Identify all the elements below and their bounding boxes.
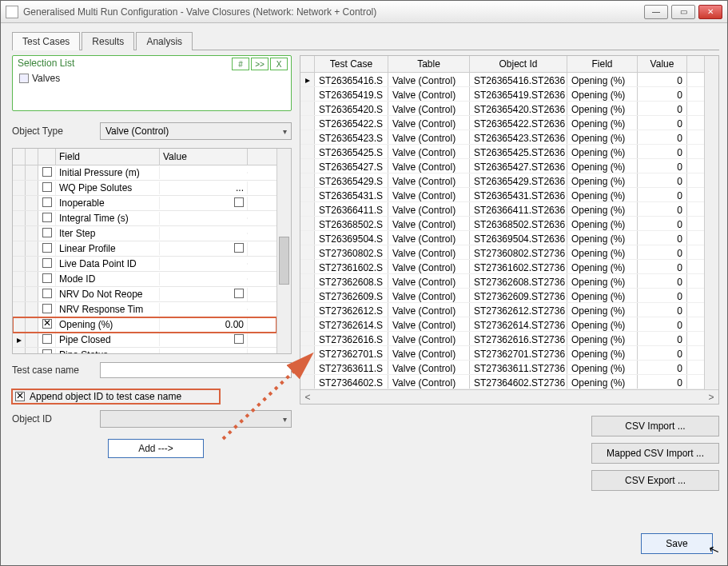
grid-row[interactable]: ST26365423.SValve (Control)ST26365423.ST… <box>300 130 704 145</box>
selection-item-label: Valves <box>32 73 60 84</box>
field-name: Integral Time (s) <box>56 212 160 225</box>
add-button[interactable]: Add ---> <box>108 439 204 458</box>
field-name: Pipe Closed <box>56 333 160 346</box>
field-checkbox[interactable] <box>42 349 52 354</box>
field-checkbox[interactable] <box>42 319 52 329</box>
grid-row[interactable]: ST27361602.SValve (Control)ST27361602.ST… <box>300 260 704 274</box>
grid-row[interactable]: ST26365431.SValve (Control)ST26365431.ST… <box>300 188 704 202</box>
field-row[interactable]: WQ Pipe Solutes... <box>13 181 276 196</box>
grid-row[interactable]: ST26365422.SValve (Control)ST26365422.ST… <box>300 116 704 130</box>
object-id-combo[interactable] <box>100 410 292 428</box>
grid-row[interactable]: ▸ST26365416.SValve (Control)ST26365416.S… <box>300 73 704 87</box>
field-checkbox[interactable] <box>42 334 52 344</box>
csv-import-button[interactable]: CSV Import ... <box>591 416 719 436</box>
value-checkbox[interactable] <box>234 197 244 207</box>
selection-next-button[interactable]: >> <box>251 58 269 70</box>
grid-header-value: Value <box>638 56 687 72</box>
grid-row[interactable]: ST27362616.SValve (Control)ST27362616.ST… <box>300 332 704 346</box>
titlebar: Generalised Multi Run Configuration - Va… <box>1 1 727 23</box>
field-name: Initial Pressure (m) <box>56 166 160 179</box>
field-checkbox[interactable] <box>42 228 52 237</box>
test-case-name-input[interactable] <box>100 362 292 378</box>
value-checkbox[interactable] <box>234 334 244 344</box>
field-row[interactable]: NRV Response Tim <box>13 302 276 317</box>
field-row[interactable]: Inoperable <box>13 196 276 211</box>
field-checkbox[interactable] <box>42 304 52 313</box>
grid-row[interactable]: ST27362609.SValve (Control)ST27362609.ST… <box>300 289 704 303</box>
field-checkbox[interactable] <box>42 182 52 192</box>
maximize-button[interactable]: ▭ <box>671 5 695 19</box>
field-checkbox[interactable] <box>42 167 52 177</box>
grid-header-objectid: Object Id <box>470 56 567 72</box>
field-name: Pipe Status <box>56 349 160 353</box>
mapped-csv-import-button[interactable]: Mapped CSV Import ... <box>591 443 719 464</box>
grid-vscrollbar[interactable] <box>704 56 718 389</box>
field-row[interactable]: Mode ID <box>13 272 276 287</box>
object-type-value: Valve (Control) <box>105 126 169 137</box>
minimize-button[interactable]: — <box>644 5 668 19</box>
selection-close-button[interactable]: X <box>270 58 288 70</box>
value-checkbox[interactable] <box>234 243 244 253</box>
field-row[interactable]: NRV Do Not Reope <box>13 287 276 302</box>
grid-row[interactable]: ST27363611.SValve (Control)ST27363611.ST… <box>300 361 704 375</box>
field-checkbox[interactable] <box>42 273 52 283</box>
grid-hscrollbar[interactable]: <> <box>300 389 718 404</box>
field-name: Opening (%) <box>56 318 160 331</box>
tab-results[interactable]: Results <box>82 32 134 50</box>
field-row[interactable]: Linear Profile <box>13 241 276 257</box>
grid-row[interactable]: ST27362612.SValve (Control)ST27362612.ST… <box>300 303 704 317</box>
field-value: ... <box>236 182 244 193</box>
tab-test-cases[interactable]: Test Cases <box>12 32 80 50</box>
grid-header-field: Field <box>567 56 638 72</box>
app-window: Generalised Multi Run Configuration - Va… <box>0 0 728 566</box>
field-row[interactable]: Integral Time (s) <box>13 211 276 226</box>
app-icon <box>6 6 18 18</box>
value-checkbox[interactable] <box>234 289 244 298</box>
grid-row[interactable]: ST27360802.SValve (Control)ST27360802.ST… <box>300 245 704 260</box>
grid-row[interactable]: ST26365425.SValve (Control)ST26365425.ST… <box>300 145 704 159</box>
grid-row[interactable]: ST26368502.SValve (Control)ST26368502.ST… <box>300 217 704 231</box>
selection-hash-button[interactable]: # <box>232 58 249 70</box>
field-checkbox[interactable] <box>42 243 52 253</box>
save-button[interactable]: Save <box>641 533 713 554</box>
tab-bar: Test Cases Results Analysis <box>12 31 719 50</box>
append-object-id-checkbox[interactable] <box>15 392 25 401</box>
field-grid-scrollbar[interactable] <box>276 149 291 353</box>
csv-export-button[interactable]: CSV Export ... <box>591 470 719 491</box>
grid-row[interactable]: ST26365429.SValve (Control)ST26365429.ST… <box>300 173 704 188</box>
field-name: Live Data Point ID <box>56 257 160 270</box>
field-row[interactable]: Iter Step <box>13 226 276 241</box>
selection-item[interactable]: Valves <box>19 73 286 84</box>
tab-analysis[interactable]: Analysis <box>136 32 193 50</box>
selection-list-label: Selection List <box>18 58 74 69</box>
grid-row[interactable]: ST26365427.SValve (Control)ST26365427.ST… <box>300 159 704 173</box>
field-row[interactable]: Live Data Point ID <box>13 257 276 272</box>
field-row[interactable]: Opening (%)0.00 <box>13 317 276 333</box>
close-button[interactable]: ✕ <box>698 5 722 19</box>
field-grid[interactable]: Field Value Initial Pressure (m)WQ Pipe … <box>12 148 292 354</box>
field-name: Mode ID <box>56 273 160 285</box>
field-checkbox[interactable] <box>42 289 52 298</box>
grid-row[interactable]: ST26365419.SValve (Control)ST26365419.ST… <box>300 87 704 102</box>
field-checkbox[interactable] <box>42 213 52 222</box>
field-row[interactable]: Initial Pressure (m) <box>13 165 276 181</box>
grid-row[interactable]: ST26365420.SValve (Control)ST26365420.ST… <box>300 102 704 116</box>
test-case-grid[interactable]: Test Case Table Object Id Field Value ▸S… <box>300 55 719 405</box>
grid-row[interactable]: ST26369504.SValve (Control)ST26369504.ST… <box>300 231 704 245</box>
object-type-combo[interactable]: Valve (Control) <box>100 122 292 140</box>
field-name: NRV Response Tim <box>56 303 160 316</box>
grid-row[interactable]: ST27364602.SValve (Control)ST27364602.ST… <box>300 375 704 389</box>
valves-icon <box>19 74 29 83</box>
append-object-id-label: Append object ID to test case name <box>30 391 181 402</box>
object-id-label: Object ID <box>12 413 92 424</box>
field-checkbox[interactable] <box>42 258 52 268</box>
grid-header-testcase: Test Case <box>315 56 388 72</box>
grid-row[interactable]: ST27362608.SValve (Control)ST27362608.ST… <box>300 274 704 289</box>
field-row[interactable]: Pipe Status... <box>13 348 276 353</box>
grid-row[interactable]: ST27362614.SValve (Control)ST27362614.ST… <box>300 317 704 332</box>
field-header-value: Value <box>160 149 248 165</box>
field-checkbox[interactable] <box>42 197 52 207</box>
grid-row[interactable]: ST26366411.SValve (Control)ST26366411.ST… <box>300 202 704 217</box>
grid-row[interactable]: ST27362701.SValve (Control)ST27362701.ST… <box>300 346 704 361</box>
field-row[interactable]: ▸Pipe Closed <box>13 333 276 348</box>
